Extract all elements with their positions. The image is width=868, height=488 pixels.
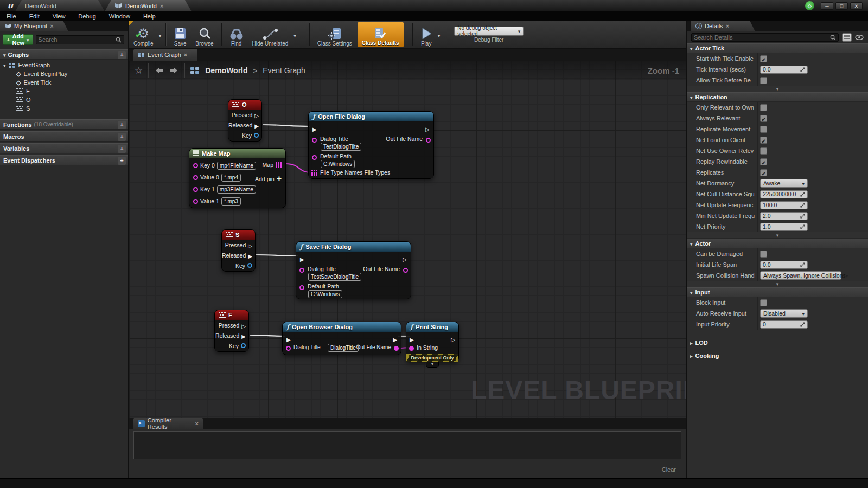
- out-file-name-pin[interactable]: [403, 268, 408, 273]
- graphs-section-header[interactable]: Graphs: [0, 49, 128, 60]
- breadcrumb-root[interactable]: DemoWorld: [205, 66, 247, 75]
- exec-pin[interactable]: [241, 331, 246, 341]
- node-key-s[interactable]: S Pressed Released Key: [221, 229, 256, 272]
- details-search-input[interactable]: [694, 34, 830, 41]
- node-key-o[interactable]: O Pressed Released Key: [228, 99, 262, 142]
- number-field[interactable]: 0.0: [760, 66, 808, 74]
- node-open-browser-dialog[interactable]: Open Browser Dialog Dialog Title DialogT…: [282, 322, 401, 355]
- default-path-pin[interactable]: [299, 285, 304, 290]
- class-defaults-button[interactable]: Class Defaults: [358, 22, 404, 47]
- expand-advanced-button[interactable]: [687, 232, 868, 239]
- close-icon[interactable]: [160, 3, 163, 9]
- section-actor[interactable]: Actor: [687, 239, 868, 248]
- exec-out-pin[interactable]: [393, 334, 397, 344]
- back-arrow-icon[interactable]: [154, 67, 164, 74]
- forward-arrow-icon[interactable]: [169, 67, 179, 74]
- dropdown[interactable]: Always Spawn, Ignore Collisions: [760, 271, 841, 280]
- default-path-field[interactable]: C:\Windows: [308, 290, 342, 298]
- value0-pin[interactable]: [193, 175, 198, 180]
- number-field[interactable]: 0.0: [760, 261, 808, 269]
- number-field[interactable]: 1.0: [760, 223, 808, 231]
- default-path-field[interactable]: C:\Windows: [321, 160, 355, 168]
- out-file-name-pin[interactable]: [426, 138, 431, 143]
- default-path-pin[interactable]: [312, 155, 317, 160]
- key-struct-pin[interactable]: [254, 133, 259, 138]
- class-settings-button[interactable]: Class Settings: [313, 22, 356, 48]
- value1-field[interactable]: *.mp3: [221, 197, 241, 206]
- browse-button[interactable]: Browse: [191, 22, 218, 48]
- tree-item-eventgraph[interactable]: EventGraph: [0, 61, 128, 69]
- exec-out-pin[interactable]: [425, 124, 430, 133]
- details-tab[interactable]: Details: [691, 21, 755, 31]
- map-pin-icon[interactable]: [311, 170, 317, 176]
- add-macro-button[interactable]: [118, 133, 126, 141]
- number-field[interactable]: 0: [760, 320, 808, 329]
- dialog-title-pin[interactable]: [312, 138, 317, 143]
- node-key-f[interactable]: F Pressed Released Key: [214, 310, 249, 352]
- map-out-pin-icon[interactable]: [276, 162, 282, 168]
- dialog-title-field[interactable]: TestDialogTilte: [321, 143, 361, 151]
- section-input[interactable]: Input: [687, 287, 868, 297]
- key-struct-pin[interactable]: [247, 263, 252, 268]
- checkbox[interactable]: [760, 158, 767, 165]
- menu-view[interactable]: View: [46, 13, 72, 20]
- eye-icon[interactable]: [855, 35, 864, 40]
- tree-item-event-beginplay[interactable]: Event BeginPlay: [0, 69, 128, 78]
- debug-object-dropdown[interactable]: No debug object selected: [454, 27, 524, 36]
- exec-pin[interactable]: [248, 251, 252, 260]
- exec-out-pin[interactable]: [451, 334, 455, 344]
- node-open-file-dialog[interactable]: Open File Dialog Dialog Title TestDialog…: [308, 111, 434, 179]
- functions-section-header[interactable]: Functions (18 Overridable): [0, 119, 128, 130]
- checkbox[interactable]: [760, 251, 767, 258]
- save-button[interactable]: Save: [169, 22, 191, 48]
- exec-pin[interactable]: [254, 120, 259, 130]
- key1-field[interactable]: mp3FileName: [217, 185, 256, 194]
- tree-item-event-tick[interactable]: Event Tick: [0, 78, 128, 87]
- dialog-title-pin[interactable]: [286, 346, 291, 351]
- menu-window[interactable]: Window: [103, 13, 137, 20]
- exec-in-pin[interactable]: [410, 334, 414, 344]
- dialog-title-field[interactable]: TestSaveDialogTitle: [308, 273, 361, 281]
- close-window-button[interactable]: [850, 2, 863, 10]
- collapse-pins-button[interactable]: [426, 362, 439, 368]
- number-field[interactable]: 100.0: [760, 201, 808, 209]
- exec-pin[interactable]: [248, 240, 252, 250]
- key0-pin[interactable]: [193, 163, 198, 168]
- event-dispatchers-section-header[interactable]: Event Dispatchers: [0, 155, 128, 165]
- find-button[interactable]: Find: [225, 22, 248, 48]
- checkbox[interactable]: [760, 55, 767, 62]
- add-graph-button[interactable]: [118, 51, 126, 59]
- section-actor-tick[interactable]: Actor Tick: [687, 43, 868, 53]
- checkbox[interactable]: [760, 169, 767, 176]
- checkbox[interactable]: [760, 299, 767, 306]
- exec-in-pin[interactable]: [312, 124, 317, 133]
- checkbox[interactable]: [760, 137, 767, 144]
- exec-pin[interactable]: [254, 110, 259, 120]
- tree-item-key-o[interactable]: O: [0, 95, 128, 104]
- macros-section-header[interactable]: Macros: [0, 131, 128, 142]
- value1-pin[interactable]: [193, 199, 198, 204]
- add-dispatcher-button[interactable]: [118, 157, 126, 165]
- exec-out-pin[interactable]: [403, 254, 407, 264]
- close-icon[interactable]: [184, 52, 187, 58]
- compiler-output-box[interactable]: [133, 431, 681, 459]
- number-field[interactable]: 225000000.0: [760, 190, 808, 198]
- exec-in-pin[interactable]: [300, 254, 304, 264]
- marketplace-status-icon[interactable]: [805, 1, 814, 10]
- menu-debug[interactable]: Debug: [72, 13, 102, 20]
- checkbox[interactable]: [760, 147, 767, 155]
- section-replication[interactable]: Replication: [687, 92, 868, 102]
- window-tab-demoworld[interactable]: DemoWorld: [15, 0, 105, 11]
- section-cooking[interactable]: Cooking: [687, 349, 868, 362]
- key-struct-pin[interactable]: [241, 343, 246, 348]
- maximize-button[interactable]: [835, 2, 848, 10]
- tree-item-key-f[interactable]: F: [0, 87, 128, 95]
- minimize-button[interactable]: [821, 2, 833, 10]
- node-print-string[interactable]: Print String In String Development Only: [406, 322, 459, 362]
- menu-edit[interactable]: Edit: [23, 13, 46, 20]
- exec-in-pin[interactable]: [286, 334, 291, 344]
- chevron-down-icon[interactable]: [159, 30, 162, 40]
- node-make-map[interactable]: Make Map Key 0 mp4FileName Value 0 *.mp4…: [189, 148, 286, 208]
- in-string-pin[interactable]: [409, 346, 414, 351]
- add-function-button[interactable]: [118, 121, 126, 129]
